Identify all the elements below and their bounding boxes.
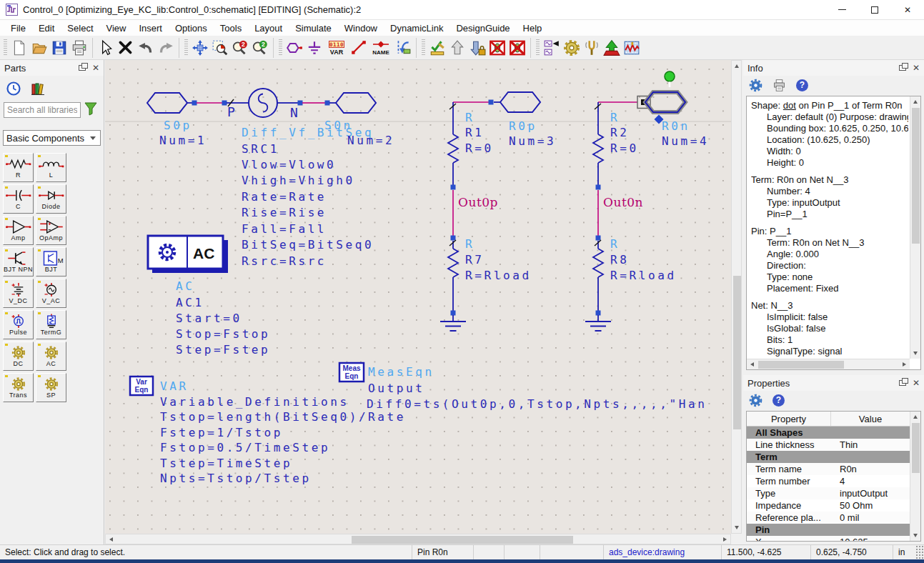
close-panel-icon[interactable]: ✕ [913, 379, 920, 387]
property-row[interactable]: Impedance50 Ohm [747, 499, 910, 512]
part-button-l[interactable]: L [36, 153, 66, 182]
toolbar-drag-handle[interactable] [4, 39, 7, 56]
svg-text:Diff0=ts(Out0p,0,Tstop,Npts,,,[interactable]: Diff0=ts(Out0p,0,Tstop,Npts,,,,,"Han [367, 397, 707, 411]
zoom-out-x2-button[interactable]: 2 [250, 38, 270, 58]
float-panel-icon[interactable] [899, 65, 906, 71]
part-button-c[interactable]: C [3, 184, 34, 214]
scroll-left-arrow[interactable] [750, 362, 754, 367]
part-button-pulse[interactable]: Pulse [3, 310, 34, 339]
svg-text:R0p[interactable]: R0p [509, 119, 537, 133]
svg-text:Rate=Rate[interactable]: Rate=Rate [242, 190, 327, 204]
svg-text:AC[interactable]: AC [176, 279, 194, 293]
menu-view[interactable]: View [100, 21, 133, 35]
deactivate-short-button[interactable] [507, 38, 527, 58]
property-row[interactable]: Term number4 [747, 475, 910, 487]
svg-text:Num=2[interactable]: Num=2 [347, 134, 394, 147]
print-button[interactable] [69, 38, 89, 58]
canvas-horizontal-scrollbar[interactable] [105, 534, 731, 544]
selection-handle-dot[interactable] [665, 71, 675, 81]
info-horizontal-scrollbar[interactable] [747, 359, 910, 369]
insert-var-button[interactable]: 0110VAR [324, 38, 349, 58]
zoom-in-x2-button[interactable]: 2 [230, 38, 250, 58]
part-button-diode[interactable]: Diode [36, 184, 66, 214]
component-category-dropdown[interactable]: Basic Components [3, 130, 101, 146]
zoom-area-button[interactable] [210, 38, 230, 58]
svg-text:Stop=Fstop[interactable]: Stop=Fstop [176, 327, 270, 341]
wire-node[interactable] [192, 101, 197, 106]
svg-text:VAR[interactable]: VAR [160, 379, 189, 393]
scrollbar-thumb[interactable] [758, 361, 844, 369]
property-row[interactable]: Line thicknessThin [747, 439, 910, 451]
maximize-button[interactable] [858, 0, 891, 19]
svg-text:MeasEqn[interactable]: MeasEqn [368, 365, 434, 379]
svg-text:Out0p[interactable]: Out0p [458, 195, 498, 209]
float-panel-icon[interactable] [79, 65, 86, 71]
scroll-down-arrow[interactable] [913, 352, 918, 355]
svg-text:Tstep=TimeStep[interactable]: Tstep=TimeStep [160, 457, 292, 470]
status-layer[interactable]: ads_device:drawing [603, 545, 721, 559]
redo-button[interactable] [156, 38, 176, 58]
svg-text:SRC1[interactable]: SRC1 [242, 142, 279, 156]
scrollbar-thumb[interactable] [912, 108, 920, 244]
scroll-up-arrow[interactable] [913, 415, 918, 419]
help-icon[interactable]: ? [796, 79, 808, 91]
scroll-right-arrow[interactable] [903, 362, 906, 367]
search-input[interactable] [4, 102, 81, 118]
close-button[interactable]: ✕ [891, 0, 924, 19]
shape-dot-link[interactable]: dot [783, 100, 796, 111]
svg-text:Num=3[interactable]: Num=3 [509, 134, 556, 148]
svg-text:R=Rload[interactable]: R=Rload [610, 269, 677, 282]
menu-window[interactable]: Window [338, 21, 384, 35]
menu-insert[interactable]: Insert [132, 21, 169, 35]
close-panel-icon[interactable]: ✕ [92, 64, 99, 72]
part-button-v-dc[interactable]: V_DC [3, 279, 34, 308]
svg-text:Start=0[interactable]: Start=0 [176, 312, 242, 325]
scroll-up-arrow[interactable] [735, 64, 739, 68]
svg-text:Step=Fstep[interactable]: Step=Fstep [176, 343, 270, 357]
part-button-trans[interactable]: Trans [3, 373, 34, 402]
column-property[interactable]: Property [747, 412, 831, 426]
svg-text:R=Rload[interactable]: R=Rload [465, 269, 532, 282]
print-info-icon[interactable] [773, 79, 786, 92]
part-button-sp[interactable]: SP [36, 373, 66, 402]
deactivate-component-button[interactable] [487, 38, 507, 58]
pan-view-button[interactable] [190, 38, 210, 58]
info-vertical-scrollbar[interactable] [910, 96, 920, 359]
svg-text:Fstep=1/Tstop[interactable]: Fstep=1/Tstop [160, 426, 283, 439]
delete-button[interactable] [116, 38, 136, 58]
canvas-vertical-scrollbar[interactable] [731, 60, 742, 534]
close-panel-icon[interactable]: ✕ [913, 64, 920, 72]
property-row[interactable]: Term nameR0n [747, 463, 910, 475]
new-design-button[interactable] [9, 38, 29, 58]
svg-text:R[interactable]: R [465, 111, 475, 124]
scrollbar-thumb[interactable] [912, 423, 920, 473]
column-value[interactable]: Value [831, 412, 910, 426]
filter-funnel-icon[interactable] [84, 101, 97, 116]
scroll-right-arrow[interactable] [723, 537, 727, 542]
info-settings-gear-icon[interactable] [749, 79, 762, 92]
select-pointer-button[interactable] [96, 38, 116, 58]
svg-text:Output[interactable]: Output [368, 382, 424, 395]
svg-text:R7[interactable]: R7 [465, 253, 484, 266]
part-button-r[interactable]: R [3, 153, 34, 182]
insert-port-button[interactable] [284, 38, 304, 58]
svg-text:Variable_Definitions[interactable]: Variable_Definitions [160, 395, 349, 409]
property-row[interactable]: X10.625 [747, 536, 910, 541]
wire-node[interactable] [298, 101, 303, 106]
float-panel-icon[interactable] [899, 380, 906, 386]
svg-text:R1[interactable]: R1 [465, 126, 484, 139]
svg-text:BitSeq=BitSeq0[interactable]: BitSeq=BitSeq0 [242, 238, 374, 251]
toolbar-drag-handle[interactable] [536, 39, 540, 56]
property-row[interactable]: TypeinputOutput [747, 487, 910, 499]
menu-edit[interactable]: Edit [32, 21, 61, 35]
help-icon[interactable]: ? [773, 394, 785, 407]
optimize-button[interactable] [602, 38, 622, 58]
schematic-canvas[interactable]: S0p Num=1 P N Diff_Vf [105, 60, 731, 534]
toolbar-drag-handle[interactable] [279, 39, 282, 56]
svg-text:R=0[interactable]: R=0 [610, 141, 639, 155]
check-design-button[interactable] [427, 38, 447, 58]
svg-text:Num=1[interactable]: Num=1 [159, 134, 207, 147]
scrollbar-thumb[interactable] [352, 536, 573, 544]
svg-text:S0p[interactable]: S0p [164, 119, 192, 132]
scroll-down-arrow[interactable] [913, 534, 918, 537]
